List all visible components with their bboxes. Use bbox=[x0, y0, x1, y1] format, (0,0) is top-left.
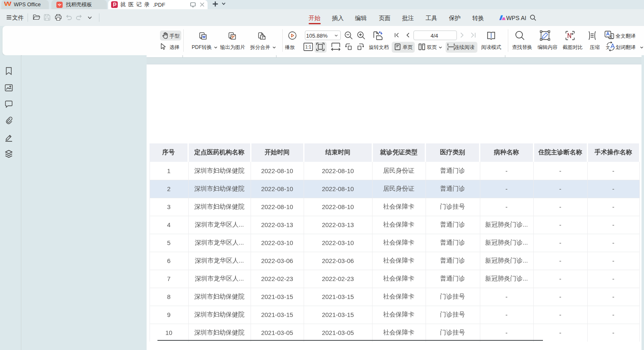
svg-text:文: 文 bbox=[606, 45, 610, 50]
svg-text:文: 文 bbox=[609, 35, 613, 39]
svg-text:W: W bbox=[4, 1, 11, 7]
svg-text:1:1: 1:1 bbox=[305, 45, 311, 49]
